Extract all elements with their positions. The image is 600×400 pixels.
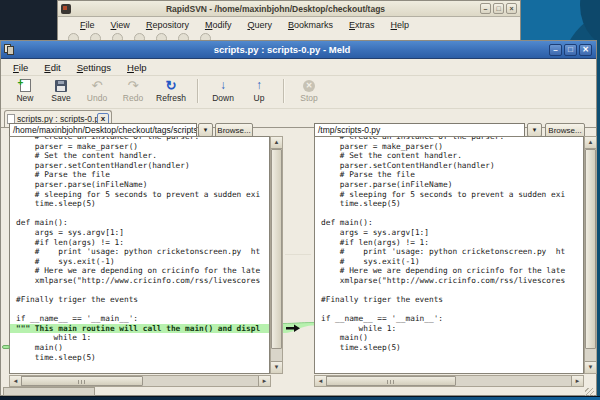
- scrollbar-thumb[interactable]: [326, 376, 456, 386]
- right-code-pane[interactable]: # Create an instance of the parser. pars…: [314, 136, 584, 374]
- code-line: parser = make_parser(): [16, 142, 269, 152]
- left-code-pane[interactable]: # Create an instance of the parser. pars…: [9, 136, 270, 374]
- refresh-button[interactable]: ↻ Refresh: [151, 78, 191, 103]
- menu-bookmarks[interactable]: Bookmarks: [280, 20, 341, 30]
- menu-repository[interactable]: Repository: [138, 20, 197, 30]
- menu-extras[interactable]: Extras: [341, 20, 383, 30]
- rapidsvn-titlebar[interactable]: RapidSVN - /home/maxinbjohn/Desktop/chec…: [58, 1, 520, 17]
- close-button[interactable]: ×: [506, 3, 517, 14]
- up-arrow-icon: ↑: [256, 78, 262, 93]
- scroll-right-button[interactable]: ►: [258, 376, 270, 386]
- code-line: #if len(args) != 1:: [321, 238, 583, 248]
- redo-button: ↷ Redo: [115, 78, 151, 103]
- right-horizontal-scrollbar[interactable]: ◄ ►: [314, 375, 584, 387]
- maximize-button[interactable]: □: [564, 44, 577, 56]
- scroll-down-button[interactable]: ▼: [585, 361, 596, 373]
- menu-file[interactable]: File: [5, 62, 36, 73]
- diff-link-wedge: [283, 136, 314, 374]
- scrollbar-thumb[interactable]: [271, 149, 282, 349]
- left-file-path-input[interactable]: /home/maxinbjohn/Desktop/checkout/tags/s…: [9, 123, 197, 137]
- code-line: def main():: [321, 218, 583, 228]
- undo-icon: ↶: [92, 78, 103, 93]
- meld-window-icon: [4, 44, 15, 55]
- save-button[interactable]: Save: [43, 78, 79, 103]
- minimize-button[interactable]: –: [549, 44, 562, 56]
- right-code-text: # Create an instance of the parser. pars…: [315, 136, 583, 353]
- code-line: parser = make_parser(): [321, 142, 583, 152]
- desktop-bottom-edge: [0, 396, 600, 400]
- code-line: #Finally triger the events: [321, 295, 583, 305]
- left-path-dropdown-button[interactable]: ▾: [198, 123, 213, 137]
- menu-modify[interactable]: Modify: [197, 20, 240, 30]
- menu-help[interactable]: Help: [383, 20, 418, 30]
- code-line: # Parse the file: [16, 170, 269, 180]
- left-edge-change-marker[interactable]: [2, 345, 10, 349]
- code-line: time.sleep(5): [16, 199, 269, 209]
- scroll-up-button[interactable]: ▲: [271, 137, 282, 149]
- status-bar: [1, 387, 596, 396]
- left-horizontal-scrollbar[interactable]: ◄ ►: [9, 375, 271, 387]
- code-line: # print 'usage: python cricketonscreen.p…: [321, 247, 583, 257]
- close-button[interactable]: ✕: [579, 44, 592, 56]
- code-line: # Here we are depending on cricinfo for …: [16, 266, 269, 276]
- code-line: main(): [321, 333, 583, 343]
- meld-titlebar[interactable]: scripts.py : scripts-0.py - Meld – □ ✕: [1, 41, 596, 59]
- right-file-path-input[interactable]: /tmp/scripts-0.py: [314, 123, 525, 137]
- scroll-up-button[interactable]: ▲: [585, 137, 596, 149]
- meld-window: scripts.py : scripts-0.py - Meld – □ ✕ F…: [0, 40, 597, 396]
- code-line: [16, 209, 269, 219]
- code-line: # Set the content handler.: [16, 151, 269, 161]
- maximize-button[interactable]: □: [493, 3, 504, 14]
- code-line: if __name__ == '__main__':: [16, 314, 269, 324]
- code-line: time.sleep(5): [321, 199, 583, 209]
- right-path-dropdown-button[interactable]: ▾: [527, 123, 542, 137]
- left-vertical-scrollbar[interactable]: ▲ ▼: [270, 136, 283, 374]
- code-line: [321, 286, 583, 296]
- code-line: # print 'usage: python cricketonscreen.p…: [16, 247, 269, 257]
- toolbar-separator: [283, 79, 285, 103]
- code-line: parser.parse(inFileName): [16, 180, 269, 190]
- diff-gutter: [283, 136, 314, 374]
- code-line: def main():: [16, 218, 269, 228]
- save-floppy-icon: [55, 80, 67, 92]
- rapidsvn-window: RapidSVN - /home/maxinbjohn/Desktop/chec…: [57, 0, 521, 44]
- meld-menubar: File Edit Settings Help: [1, 59, 596, 76]
- down-button[interactable]: ↓ Down: [205, 78, 241, 103]
- stop-button: ✕ Stop: [291, 78, 327, 103]
- menu-edit[interactable]: Edit: [36, 62, 68, 73]
- code-line: while 1:: [16, 333, 269, 343]
- menu-query[interactable]: Query: [239, 20, 280, 30]
- left-code-text: # Create an instance of the parser. pars…: [10, 136, 269, 362]
- code-line: parser.parse(inFileName): [321, 180, 583, 190]
- scroll-right-button[interactable]: ►: [571, 376, 583, 386]
- code-line: # Here we are depending on cricinfo for …: [321, 266, 583, 276]
- menu-view[interactable]: View: [103, 20, 138, 30]
- code-line: xmlparse("http://www.cricinfo.com/rss/li…: [16, 276, 269, 286]
- right-vertical-scrollbar[interactable]: ▲ ▼: [584, 136, 597, 374]
- new-button[interactable]: New: [7, 78, 43, 103]
- up-button[interactable]: ↑ Up: [241, 78, 277, 103]
- new-document-icon: [20, 79, 31, 92]
- desktop: RapidSVN - /home/maxinbjohn/Desktop/chec…: [0, 0, 600, 400]
- meld-window-title: scripts.py : scripts-0.py - Meld: [15, 44, 549, 55]
- scroll-down-button[interactable]: ▼: [271, 361, 282, 373]
- menu-help[interactable]: Help: [119, 62, 155, 73]
- scrollbar-thumb[interactable]: [585, 149, 596, 349]
- menu-settings[interactable]: Settings: [69, 62, 119, 73]
- code-line: # sleeping for 5 seconds to prevent a su…: [321, 190, 583, 200]
- code-line: parser.setContentHandler(handler): [16, 161, 269, 171]
- code-line: [16, 305, 269, 315]
- meld-toolbar: New Save ↶ Undo ↷ Redo ↻ Refresh ↓ Down: [1, 76, 596, 109]
- refresh-icon: ↻: [166, 78, 177, 93]
- code-line: [321, 209, 583, 219]
- code-line: # sys.exit(-1): [321, 257, 583, 267]
- minimize-button[interactable]: –: [480, 3, 491, 14]
- code-line: [321, 305, 583, 315]
- file-selector-row: /home/maxinbjohn/Desktop/checkout/tags/s…: [1, 123, 598, 137]
- scrollbar-thumb[interactable]: [21, 376, 143, 386]
- code-line: args = sys.argv[1:]: [16, 228, 269, 238]
- code-line: parser.setContentHandler(handler): [321, 161, 583, 171]
- menu-file[interactable]: File: [72, 20, 103, 30]
- resize-grip[interactable]: [585, 388, 594, 396]
- code-line: args = sys.argv[1:]: [321, 228, 583, 238]
